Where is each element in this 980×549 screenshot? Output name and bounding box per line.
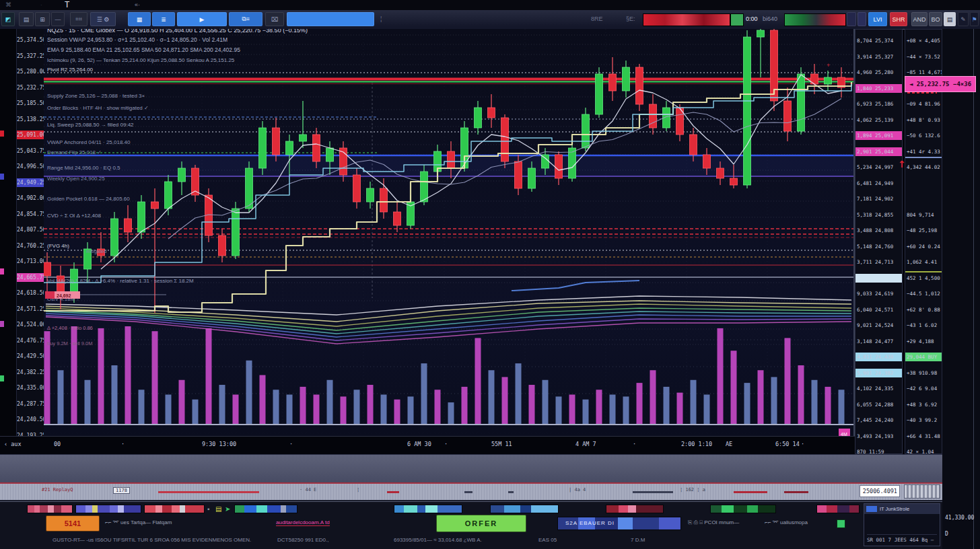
strip-segment [425, 505, 438, 513]
mini-status-icon[interactable]: ▪ [207, 505, 210, 513]
dom-row-ask[interactable]: 804 9,714 [905, 211, 942, 219]
toolbar-button[interactable]: AND [911, 12, 928, 26]
dom-row-bid[interactable]: 5,318 24,855 [855, 211, 902, 219]
toolbar-button[interactable]: BO [929, 12, 942, 26]
dom-row-bid[interactable]: 6,481 24,949 [855, 179, 902, 188]
dom-row-ask[interactable]: +48 3 6.92 [905, 400, 942, 409]
dom-row-bid[interactable]: 5,148 24,760 [855, 242, 902, 251]
price-scale-left[interactable]: 25,374.5025,327.2525,280.0025,232.7525,1… [16, 29, 44, 436]
dom-row-bid[interactable]: 8,704 25,374 [855, 36, 902, 45]
strip-segment [92, 505, 98, 513]
toolbar-button[interactable]: ▶ [177, 12, 227, 26]
indicator-legend-label: Order Blocks · HTF 4H · show mitigated ✓ [47, 105, 149, 111]
toolbar-button[interactable]: ☰ ⚙ [90, 12, 116, 26]
sell-button[interactable]: 5141 [46, 515, 100, 532]
dom-row-ask[interactable]: −09 4 81.96 [905, 100, 942, 108]
mini-status-icon[interactable]: ▤ [215, 505, 221, 513]
dom-row-ask[interactable]: −44 × 73.52 [905, 52, 942, 61]
dom-row-ask[interactable]: 29,044 BUY [905, 353, 942, 361]
dom-row-bid[interactable]: 4,960 25,280 [855, 68, 902, 77]
replay-panel[interactable] [0, 454, 942, 484]
dom-row-ask[interactable] [905, 179, 942, 188]
dom-row-ask[interactable]: +48 8' 0.93 [905, 116, 942, 124]
chart-canvas[interactable]: 4MNQZ5 · 15 · CME Globex — O 24,918.50 H… [44, 29, 853, 436]
dom-row-bid[interactable]: 2,901 25,044 [855, 147, 902, 156]
dom-row-bid[interactable]: 4,811 24,430 [855, 353, 902, 361]
price-entry-input[interactable] [860, 485, 900, 497]
dom-row-ask[interactable] [905, 194, 942, 203]
dom-row-bid[interactable]: 5,901 24,382 [855, 369, 902, 377]
dom-row-bid[interactable]: 3,711 24,713 [855, 258, 902, 266]
toolbar-button[interactable]: ▤ [19, 12, 34, 26]
axis-corner-label[interactable]: ‹ aux [4, 441, 22, 447]
dom-row-ask[interactable]: +08 × 4,405 [905, 36, 942, 45]
volume-bar [233, 395, 239, 425]
dom-row-bid[interactable]: 3,148 24,477 [855, 337, 902, 346]
dom-row-ask[interactable]: +60 24 0.24 [905, 242, 942, 251]
dom-row-ask[interactable]: 452 1 4,500 [905, 274, 942, 283]
dom-ladder-column-a[interactable]: 8,704 25,3743,914 25,3274,960 25,2801,84… [855, 29, 903, 454]
dom-row-bid[interactable]: 7,181 24,902 [855, 194, 902, 203]
dom-row-bid[interactable] [855, 274, 902, 283]
dom-row-bid[interactable]: 9,033 24,619 [855, 289, 902, 298]
dom-row-ask[interactable]: −43 1 6.02 [905, 321, 942, 330]
dom-row-bid[interactable]: 7,445 24,240 [855, 416, 902, 425]
dom-row-bid[interactable]: 5,234 24,997 [855, 163, 902, 172]
toolbar-button[interactable] [858, 12, 866, 26]
toolbar-button[interactable]: ≣ [152, 12, 175, 26]
dom-row-bid[interactable]: 3,914 25,327 [855, 52, 902, 61]
dom-row-ask[interactable]: −48 25,198 [905, 226, 942, 235]
scrub-handle-button[interactable] [904, 484, 940, 499]
dom-row-bid[interactable]: 3,488 24,808 [855, 226, 902, 235]
toolbar-button[interactable]: LVI [868, 12, 887, 26]
toolbar-button[interactable]: ▤ [944, 12, 956, 26]
toolbar-button[interactable]: ▦ [128, 12, 151, 26]
mini-status-icon[interactable]: ➤ [225, 505, 230, 513]
dom-row-bid[interactable]: 1,894 25,091 [855, 131, 902, 140]
toolbar-button[interactable] [847, 12, 856, 26]
dom-row-ask[interactable]: +62 8' 0.88 [905, 305, 942, 314]
dom-row-bid[interactable]: 6,040 24,571 [855, 305, 902, 314]
strip-segment [281, 505, 286, 513]
toolbar-button[interactable]: — [51, 12, 65, 26]
toolbar-button[interactable] [287, 12, 374, 26]
toolbar-button[interactable]: ⌗⌗ [70, 12, 88, 26]
main-chart[interactable]: 4MNQZ5 · 15 · CME Globex — O 24,918.50 H… [44, 29, 855, 436]
dom-row-ask[interactable]: +66 4 31.48 [905, 432, 942, 441]
toolbar-button[interactable]: ⌧ [265, 12, 284, 26]
timeline-scrub-bar[interactable]: #21 ReplayQ1178· 44 E¦| 4a 4¦ 162 ¦ a [0, 484, 942, 501]
price-scale-label: 24,854.75 [17, 210, 45, 219]
dom-row-ask[interactable]: +38 910.98 [905, 369, 942, 377]
offer-button[interactable]: ORFER [436, 515, 526, 532]
dom-row-bid[interactable]: 4,102 24,335 [855, 384, 902, 393]
candlestick [582, 114, 590, 148]
dom-row-ask[interactable]: 4,342 44.02 [905, 163, 942, 172]
toolbar-button[interactable]: ⚑ [970, 12, 979, 26]
strip-segment [734, 505, 747, 513]
dom-row-ask[interactable]: −40 3 99.2 [905, 416, 942, 425]
candlestick [380, 188, 388, 212]
dom-row-ask[interactable]: −44.5 1,012 [905, 289, 942, 298]
strip-segment [118, 505, 124, 513]
dom-row-ask[interactable]: −42 6 9.04 [905, 384, 942, 393]
toolbar-button[interactable]: ⊞ [35, 12, 50, 26]
toolbar-button[interactable]: ◩ [1, 12, 15, 26]
dom-row-bid[interactable]: 6,923 25,186 [855, 100, 902, 108]
dom-row-bid[interactable]: 1,840 25,233 [855, 84, 902, 93]
dom-row-ask[interactable]: 1,062 4.41 [905, 258, 942, 266]
price-scale-label: 24,618.50 [17, 289, 45, 297]
toolbar-button[interactable]: ⧉≡ [229, 12, 262, 26]
dom-row-ask[interactable]: −50 6 132.6 [905, 131, 942, 140]
toolbar-button[interactable]: SHR [890, 12, 907, 26]
status-strip [75, 505, 141, 513]
candlestick [286, 141, 293, 155]
dom-row-ask[interactable]: +29 4,188 [905, 337, 942, 346]
dom-row-bid[interactable]: 4,062 25,139 [855, 116, 902, 124]
dom-row-bid[interactable]: 6,055 24,288 [855, 400, 902, 409]
dom-row-bid[interactable]: 9,021 24,524 [855, 321, 902, 330]
time-axis[interactable]: ‹ aux00·9:30 13:00·6 AM 30·55M 114 AM 7·… [0, 436, 855, 455]
volume-bar [314, 395, 320, 425]
dom-row-bid[interactable]: 3,493 24,193 [855, 432, 902, 441]
dom-row-ask[interactable]: +41 4r 4.33 [905, 147, 942, 156]
toolbar-button[interactable]: ✎ [958, 12, 969, 26]
